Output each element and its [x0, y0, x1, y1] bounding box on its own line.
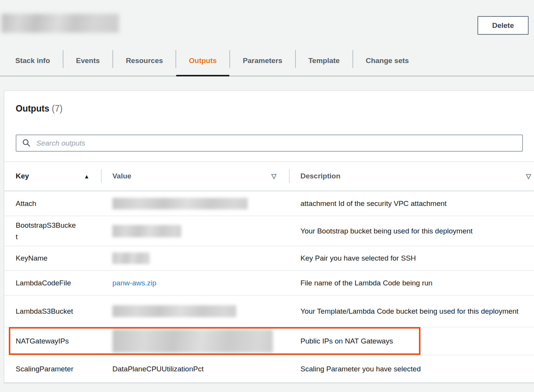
tab-label: Outputs [189, 57, 217, 65]
output-value: DataPlaneCPUUtilizationPct [101, 363, 289, 375]
search-input[interactable] [16, 134, 523, 152]
output-value [101, 225, 289, 237]
stack-name-redacted [2, 14, 119, 33]
output-key: NATGatewayIPs [4, 335, 101, 347]
output-description: Your Bootstrap bucket being used for thi… [289, 225, 534, 237]
filter-icon[interactable]: ▽ [526, 173, 531, 180]
tab-events[interactable]: Events [63, 50, 112, 76]
sort-ascending-icon[interactable]: ▲ [84, 173, 89, 179]
output-key: KeyName [4, 253, 101, 264]
redacted-value [112, 329, 273, 353]
panel-title-count: (7) [52, 104, 63, 113]
redacted-value [112, 305, 236, 317]
output-description: Key Pair you have selected for SSH [289, 253, 534, 264]
table-row-scaling-parameter: ScalingParameter DataPlaneCPUUtilization… [4, 355, 534, 382]
output-description: Public IPs on NAT Gateways [289, 335, 534, 347]
value-link[interactable]: panw-aws.zip [112, 279, 156, 287]
column-label: Description [300, 172, 341, 180]
tab-label: Parameters [243, 57, 282, 65]
column-header-key[interactable]: Key ▲ [4, 162, 101, 190]
output-key: BootstrapS3Bucket [4, 220, 101, 243]
column-label: Value [112, 172, 131, 180]
tab-label: Template [308, 57, 340, 65]
output-key: Attach [4, 198, 101, 209]
tab-resources[interactable]: Resources [113, 50, 175, 76]
tab-label: Resources [126, 57, 163, 65]
table-row-lambda-s3-bucket: LambdaS3Bucket Your Template/Lambda Code… [4, 295, 534, 327]
tab-label: Change sets [366, 57, 409, 65]
column-label: Key [16, 172, 29, 180]
output-description: File name of the Lambda Code being run [289, 277, 534, 289]
search-icon [22, 139, 31, 147]
redacted-value [112, 198, 248, 209]
redacted-value [112, 225, 181, 237]
redacted-value [112, 253, 149, 264]
output-value [101, 198, 289, 209]
tab-change-sets[interactable]: Change sets [353, 50, 422, 76]
tab-label: Stack info [15, 57, 50, 65]
delete-button[interactable]: Delete [477, 16, 529, 35]
outputs-table: Key ▲ Value ▽ Description ▽ Attach attac… [4, 161, 534, 382]
output-value [101, 253, 289, 264]
column-header-description[interactable]: Description ▽ [289, 162, 534, 190]
outputs-panel: Outputs (7) Key ▲ Value ▽ Desc [4, 91, 534, 383]
table-row-nat-gateway-ips: NATGatewayIPs Public IPs on NAT Gateways [4, 327, 534, 355]
column-header-value[interactable]: Value ▽ [101, 162, 289, 190]
table-row-lambda-code-file: LambdaCodeFile panw-aws.zip File name of… [4, 270, 534, 295]
output-description: attachment Id of the security VPC attach… [289, 198, 534, 209]
panel-title: Outputs (7) [16, 102, 534, 115]
filter-icon[interactable]: ▽ [271, 173, 276, 180]
output-key: LambdaS3Bucket [4, 306, 101, 317]
table-row-key-name: KeyName Key Pair you have selected for S… [4, 246, 534, 270]
output-description: Scaling Parameter you have selected [289, 363, 534, 375]
table-header: Key ▲ Value ▽ Description ▽ [4, 161, 534, 191]
table-row-attach: Attach attachment Id of the security VPC… [4, 191, 534, 215]
tab-parameters[interactable]: Parameters [230, 50, 295, 76]
tab-bar: Stack info Events Resources Outputs Para… [0, 50, 534, 76]
output-value [101, 329, 289, 353]
tab-stack-info[interactable]: Stack info [15, 50, 63, 76]
output-key: ScalingParameter [4, 363, 101, 375]
output-description: Your Template/Lambda Code bucket being u… [289, 306, 534, 317]
tab-label: Events [76, 57, 100, 65]
table-row-bootstrap-s3-bucket: BootstrapS3Bucket Your Bootstrap bucket … [4, 215, 534, 246]
search-box [16, 134, 523, 152]
panel-title-text: Outputs [16, 104, 49, 113]
tab-template[interactable]: Template [296, 50, 352, 76]
tab-list: Stack info Events Resources Outputs Para… [15, 50, 534, 76]
output-value [101, 305, 289, 317]
output-value: panw-aws.zip [101, 277, 289, 289]
output-key: LambdaCodeFile [4, 277, 101, 289]
tab-outputs[interactable]: Outputs [176, 50, 229, 76]
